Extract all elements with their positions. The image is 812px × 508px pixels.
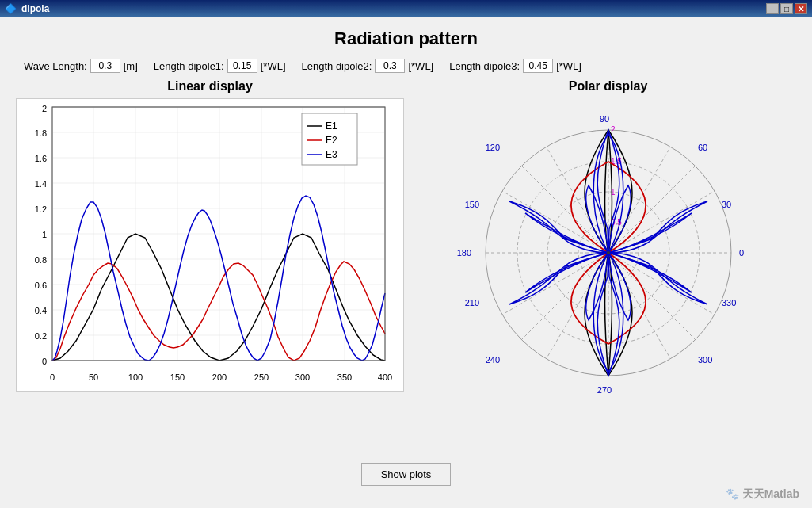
page-title: Radiation pattern	[0, 17, 812, 55]
panels-row: Linear display 0 0.2 0.4 0.6 0.8 1 1.2 1…	[0, 79, 812, 392]
svg-text:0.6: 0.6	[35, 281, 47, 290]
dipole1-group: Length dipole1: [*WL]	[154, 59, 286, 73]
svg-text:1: 1	[42, 230, 47, 239]
svg-text:2: 2	[611, 125, 616, 134]
wave-length-group: Wave Length: [m]	[24, 59, 138, 73]
svg-text:30: 30	[722, 200, 731, 209]
polar-title: Polar display	[569, 79, 648, 94]
svg-text:330: 330	[722, 298, 736, 307]
svg-text:120: 120	[485, 143, 499, 152]
wave-length-label: Wave Length:	[24, 60, 87, 72]
dipole3-group: Length dipole3: [*WL]	[449, 59, 581, 73]
dipole3-unit: [*WL]	[556, 60, 581, 72]
controls-row: Wave Length: [m] Length dipole1: [*WL] L…	[0, 55, 812, 76]
linear-svg: 0 0.2 0.4 0.6 0.8 1 1.2 1.4 1.6 1.8 2 0 …	[17, 99, 405, 392]
svg-text:0.8: 0.8	[35, 255, 47, 265]
svg-text:100: 100	[128, 372, 143, 382]
dipole2-group: Length dipole2: [*WL]	[302, 59, 434, 73]
svg-text:1.6: 1.6	[35, 154, 47, 163]
svg-text:1.8: 1.8	[35, 128, 47, 138]
app-title: dipola	[21, 3, 49, 14]
svg-text:240: 240	[485, 355, 499, 365]
svg-text:1.4: 1.4	[35, 179, 47, 189]
app-icon: 🔷	[5, 3, 17, 14]
svg-text:270: 270	[597, 385, 611, 395]
linear-title: Linear display	[16, 79, 404, 94]
svg-line-59	[502, 191, 608, 253]
title-bar: 🔷 dipola _ □ ✕	[0, 0, 812, 17]
svg-text:0.2: 0.2	[35, 331, 47, 341]
svg-text:0: 0	[50, 372, 55, 382]
dipole2-label: Length dipole2:	[302, 60, 372, 72]
dipole1-unit: [*WL]	[261, 60, 286, 72]
svg-text:0: 0	[739, 248, 744, 258]
dipole3-input[interactable]	[523, 59, 553, 73]
svg-text:2: 2	[42, 104, 47, 113]
svg-line-57	[608, 191, 715, 253]
watermark: 🐾 天天Matlab	[726, 487, 799, 502]
linear-panel: Linear display 0 0.2 0.4 0.6 0.8 1 1.2 1…	[16, 79, 404, 392]
svg-text:350: 350	[337, 372, 352, 382]
svg-text:180: 180	[456, 248, 471, 258]
dipole3-label: Length dipole3:	[449, 60, 520, 72]
svg-text:E1: E1	[326, 120, 337, 132]
dipole2-input[interactable]	[375, 59, 405, 73]
svg-line-60	[502, 253, 608, 315]
svg-point-81	[607, 251, 610, 254]
dipole1-input[interactable]	[227, 59, 257, 73]
svg-line-58	[608, 253, 715, 315]
minimize-button[interactable]: _	[766, 3, 779, 14]
window-controls: _ □ ✕	[766, 3, 807, 14]
svg-text:50: 50	[89, 372, 98, 382]
svg-text:90: 90	[599, 114, 608, 124]
svg-text:300: 300	[698, 355, 712, 365]
polar-svg: 0.5 1 1.5 2 90 0 270 180 60 30 120 150 2…	[438, 98, 779, 399]
polar-chart: 0.5 1 1.5 2 90 0 270 180 60 30 120 150 2…	[438, 98, 779, 392]
linear-chart: 0 0.2 0.4 0.6 0.8 1 1.2 1.4 1.6 1.8 2 0 …	[16, 98, 404, 392]
show-plots-row: Show plots	[0, 463, 812, 486]
polar-panel: Polar display	[420, 79, 796, 392]
svg-text:150: 150	[170, 372, 185, 382]
svg-text:300: 300	[295, 372, 310, 382]
dipole1-label: Length dipole1:	[154, 60, 224, 72]
svg-text:210: 210	[464, 298, 478, 307]
svg-text:0.4: 0.4	[35, 306, 47, 315]
wave-length-input[interactable]	[90, 59, 120, 73]
svg-text:E3: E3	[326, 149, 337, 160]
svg-text:200: 200	[212, 372, 227, 382]
wave-length-unit: [m]	[124, 60, 138, 72]
svg-text:1.2: 1.2	[35, 204, 47, 214]
svg-text:60: 60	[698, 143, 707, 152]
svg-text:150: 150	[464, 200, 478, 209]
dipole2-unit: [*WL]	[408, 60, 433, 72]
svg-text:0: 0	[42, 357, 47, 366]
svg-text:E2: E2	[326, 135, 337, 146]
main-window: Radiation pattern Wave Length: [m] Lengt…	[0, 17, 812, 508]
svg-text:400: 400	[378, 372, 392, 382]
show-plots-button[interactable]: Show plots	[361, 463, 452, 486]
maximize-button[interactable]: □	[780, 3, 793, 14]
close-button[interactable]: ✕	[795, 3, 807, 14]
svg-text:250: 250	[254, 372, 269, 382]
